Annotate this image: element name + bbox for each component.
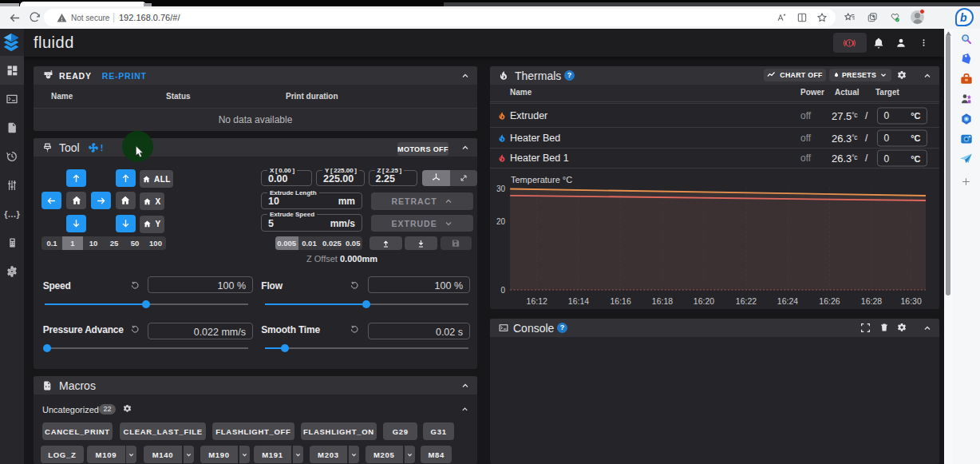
svg-text:16:28: 16:28 [861,296,882,306]
svg-text:16:12: 16:12 [527,296,547,306]
svg-text:30: 30 [496,184,506,193]
svg-text:16:24: 16:24 [777,296,798,306]
svg-text:16:30: 16:30 [900,296,921,306]
svg-text:16:14: 16:14 [568,296,589,306]
svg-text:16:20: 16:20 [694,296,714,306]
svg-text:16:22: 16:22 [736,296,757,306]
svg-text:Temperature °C: Temperature °C [511,175,572,184]
svg-text:16:16: 16:16 [610,296,630,306]
svg-text:16:18: 16:18 [652,296,673,306]
svg-text:20: 20 [496,217,506,226]
svg-text:16:26: 16:26 [819,296,840,306]
svg-text:0: 0 [500,286,505,295]
